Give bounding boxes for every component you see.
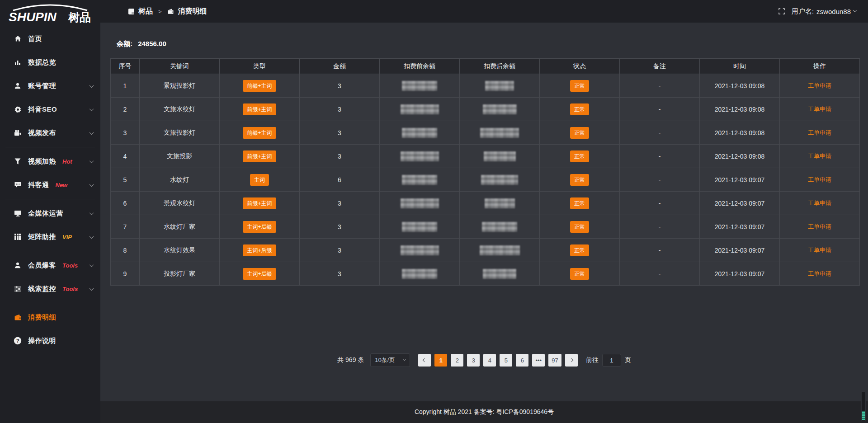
chevron-down-icon [90, 286, 94, 291]
remark-cell: - [620, 74, 700, 98]
remark-cell: - [620, 145, 700, 168]
wallet-icon [14, 313, 22, 321]
sidebar-item-badge: Hot [62, 158, 72, 165]
user-menu[interactable]: 用户名: zswodun88 [792, 7, 856, 16]
type-cell: 前缀+主词 [220, 192, 300, 215]
page-button-2[interactable]: 2 [451, 354, 463, 367]
column-header: 备注 [620, 59, 700, 74]
sidebar-item-label: 视频加热 [28, 157, 56, 166]
row-index-cell: 3 [111, 121, 140, 145]
sidebar-item-all-media-operation[interactable]: 全媒体运营 [0, 202, 100, 225]
amount-cell: 3 [300, 239, 380, 262]
sidebar: SHUPIN 树品 首页数据总览账号管理抖音SEO视频发布视频加热Hot抖客通N… [0, 0, 100, 423]
sidebar-item-account-management[interactable]: 账号管理 [0, 74, 100, 98]
goto-page-input[interactable] [602, 354, 621, 367]
page-button-5[interactable]: 5 [500, 354, 512, 367]
balance-before-cell [380, 168, 460, 192]
svg-text:?: ? [16, 338, 19, 343]
work-order-request-link[interactable]: 工单申请 [808, 129, 831, 136]
redacted-balance-before [401, 151, 439, 161]
status-badge: 正常 [570, 150, 589, 162]
redacted-balance-after [485, 198, 515, 208]
chevron-right-icon [570, 358, 573, 362]
chevron-down-icon [90, 107, 94, 111]
work-order-request-link[interactable]: 工单申请 [808, 200, 831, 207]
sidebar-item-video-publish[interactable]: 视频发布 [0, 121, 100, 145]
sidebar-divider [5, 147, 95, 147]
work-order-request-link[interactable]: 工单申请 [808, 223, 831, 230]
column-header: 序号 [111, 59, 140, 74]
chevron-down-icon [90, 182, 94, 187]
redacted-balance-before [402, 269, 437, 279]
home-icon [14, 35, 22, 43]
balance-after-cell [460, 215, 540, 239]
row-index-cell: 7 [111, 215, 140, 239]
scrollbar[interactable] [861, 391, 866, 421]
page-button-1[interactable]: 1 [434, 354, 447, 367]
time-cell: 2021-12-03 09:07 [700, 215, 780, 239]
logo[interactable]: SHUPIN 树品 [0, 0, 100, 25]
table-row: 8水纹灯效果主词+后缀3正常-2021-12-03 09:07工单申请 [111, 239, 860, 262]
time-cell: 2021-12-03 09:07 [700, 192, 780, 215]
balance-bar: 余额: 24856.00 [100, 23, 868, 58]
table-row: 5水纹灯主词6正常-2021-12-03 09:07工单申请 [111, 168, 860, 192]
type-badge: 前缀+主词 [243, 197, 276, 209]
action-cell: 工单申请 [780, 98, 860, 121]
work-order-request-link[interactable]: 工单申请 [808, 82, 831, 89]
sidebar-item-matrix-boost[interactable]: 矩阵助推VIP [0, 225, 100, 249]
bar-chart-icon [14, 58, 22, 66]
scrollbar-thumb[interactable] [862, 411, 865, 420]
topbar: 树品 > 消费明细 用户名: zswodun88 [100, 0, 868, 23]
breadcrumb-root[interactable]: 树品 [138, 7, 153, 16]
sidebar-item-label: 数据总览 [28, 58, 56, 67]
page-button-3[interactable]: 3 [467, 354, 480, 367]
question-icon: ? [14, 337, 22, 345]
gear-icon [14, 105, 22, 113]
sidebar-item-consumption-details[interactable]: 消费明细 [0, 306, 100, 329]
balance-before-cell [380, 74, 460, 98]
table-row: 2文旅水纹灯前缀+主词3正常-2021-12-03 09:08工单申请 [111, 98, 860, 121]
fullscreen-icon[interactable] [778, 8, 785, 15]
keyword-cell: 文旅水纹灯 [140, 98, 220, 121]
table-row: 6景观水纹灯前缀+主词3正常-2021-12-03 09:07工单申请 [111, 192, 860, 215]
work-order-request-link[interactable]: 工单申请 [808, 153, 831, 160]
sidebar-item-label: 消费明细 [28, 313, 56, 322]
prev-page-button[interactable] [418, 354, 431, 367]
page-button-97[interactable]: 97 [548, 354, 561, 367]
sidebar-item-home[interactable]: 首页 [0, 27, 100, 51]
remark-cell: - [620, 192, 700, 215]
page-button-4[interactable]: 4 [483, 354, 496, 367]
page-size-select[interactable]: 10条/页 [370, 353, 410, 367]
keyword-cell: 水纹灯效果 [140, 239, 220, 262]
work-order-request-link[interactable]: 工单申请 [808, 176, 831, 183]
work-order-request-link[interactable]: 工单申请 [808, 106, 831, 113]
work-order-request-link[interactable]: 工单申请 [808, 247, 831, 254]
page-button-6[interactable]: 6 [516, 354, 528, 367]
action-cell: 工单申请 [780, 215, 860, 239]
sidebar-item-douyin-seo[interactable]: 抖音SEO [0, 98, 100, 121]
work-order-request-link[interactable]: 工单申请 [808, 270, 831, 277]
redacted-balance-after [484, 151, 516, 161]
more-pages-button[interactable]: ••• [532, 354, 545, 367]
breadcrumb: 树品 > 消费明细 [128, 7, 207, 16]
amount-cell: 3 [300, 215, 380, 239]
sidebar-item-operation-guide[interactable]: ?操作说明 [0, 329, 100, 352]
sidebar-item-data-overview[interactable]: 数据总览 [0, 51, 100, 74]
sidebar-item-douketong[interactable]: 抖客通New [0, 173, 100, 197]
status-cell: 正常 [540, 262, 620, 286]
logo-arc-icon: SHUPIN 树品 [6, 3, 94, 25]
table-row: 3文旅投影灯前缀+主词3正常-2021-12-03 09:08工单申请 [111, 121, 860, 145]
sidebar-item-clue-monitoring[interactable]: 线索监控Tools [0, 277, 100, 301]
status-badge: 正常 [570, 221, 589, 233]
table-row: 9投影灯厂家主词+后缀3正常-2021-12-03 09:07工单申请 [111, 262, 860, 286]
sidebar-item-member-baoke[interactable]: 会员爆客Tools [0, 254, 100, 277]
sidebar-item-label: 首页 [28, 35, 42, 43]
sidebar-item-video-heating[interactable]: 视频加热Hot [0, 150, 100, 173]
next-page-button[interactable] [565, 354, 578, 367]
page-size-value: 10条/页 [375, 356, 395, 364]
time-cell: 2021-12-03 09:07 [700, 262, 780, 286]
breadcrumb-current: 消费明细 [178, 7, 207, 16]
sidebar-item-badge: VIP [62, 234, 72, 240]
chevron-down-icon [90, 211, 94, 215]
status-cell: 正常 [540, 121, 620, 145]
